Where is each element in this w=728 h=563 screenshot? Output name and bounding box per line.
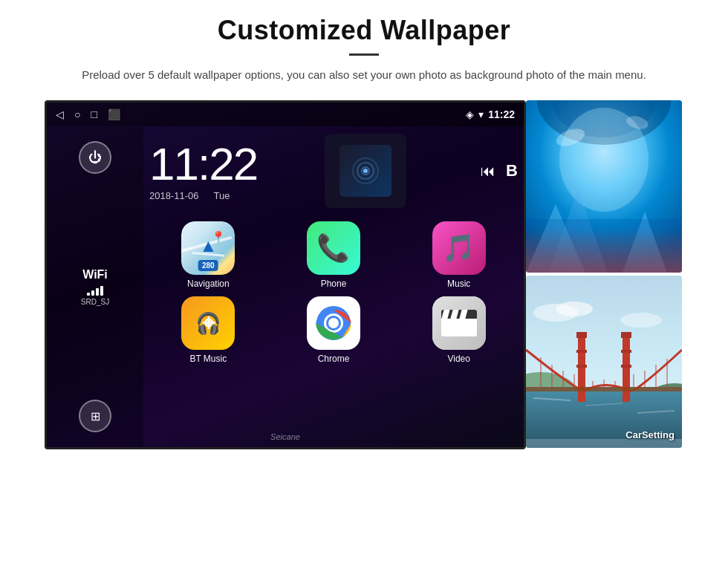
media-wifi-rings bbox=[351, 156, 380, 186]
wifi-status-icon: ▾ bbox=[478, 108, 484, 120]
svg-point-17 bbox=[556, 302, 593, 316]
status-bar-right: ◈ ▾ 11:22 bbox=[466, 108, 515, 120]
map-background: 280 📍 ▲ bbox=[181, 221, 235, 275]
content-area: ◁ ○ □ ⬛ ◈ ▾ 11:22 ⏻ WiFi bbox=[45, 100, 683, 449]
recents-nav-icon[interactable]: □ bbox=[91, 108, 97, 120]
android-center: 11:22 2018-11-06 Tue bbox=[143, 126, 524, 447]
svg-rect-31 bbox=[576, 365, 587, 368]
status-bar-left: ◁ ○ □ ⬛ bbox=[56, 108, 120, 120]
page-wrapper: Customized Wallpaper Preload over 5 defa… bbox=[0, 0, 728, 563]
clock-time-block: 11:22 2018-11-06 Tue bbox=[149, 141, 257, 201]
music-icon: 🎵 bbox=[432, 221, 486, 275]
clock-date-value: 2018-11-06 bbox=[149, 190, 199, 201]
page-title: Customized Wallpaper bbox=[218, 15, 511, 46]
btmusic-icon: ⌖ 🎧 bbox=[181, 296, 235, 350]
map-route-badge: 280 bbox=[198, 260, 218, 271]
media-icon bbox=[339, 145, 391, 197]
ring-inner bbox=[361, 166, 370, 175]
watermark: Seicane bbox=[270, 432, 300, 441]
app-navigation[interactable]: 280 📍 ▲ Navigation bbox=[149, 221, 267, 289]
svg-point-18 bbox=[620, 313, 662, 328]
title-divider bbox=[349, 53, 379, 56]
svg-rect-30 bbox=[621, 350, 631, 353]
svg-rect-27 bbox=[576, 332, 587, 338]
prev-track-button[interactable]: ⏮ bbox=[481, 163, 495, 180]
clock-time: 11:22 bbox=[149, 141, 257, 187]
navigation-icon: 280 📍 ▲ bbox=[181, 221, 235, 275]
page-description: Preload over 5 default wallpaper options… bbox=[82, 66, 646, 84]
navigation-label: Navigation bbox=[187, 279, 230, 289]
clapperboard bbox=[441, 310, 477, 336]
chrome-label: Chrome bbox=[318, 354, 350, 364]
navigation-arrow: ▲ bbox=[199, 235, 217, 256]
media-controls: ⏮ B bbox=[481, 161, 518, 180]
wifi-bar-4 bbox=[100, 286, 103, 296]
wifi-widget: WiFi SRD_SJ bbox=[81, 268, 109, 306]
wifi-bars bbox=[87, 284, 103, 296]
status-bar: ◁ ○ □ ⬛ ◈ ▾ 11:22 bbox=[47, 102, 524, 126]
app-video[interactable]: Video bbox=[400, 296, 518, 364]
bridge-svg bbox=[526, 276, 682, 448]
svg-point-4 bbox=[328, 318, 339, 328]
phone-icon: 📞 bbox=[307, 221, 360, 275]
app-music[interactable]: 🎵 Music bbox=[400, 221, 518, 289]
svg-rect-32 bbox=[621, 365, 631, 368]
android-screen: ◁ ○ □ ⬛ ◈ ▾ 11:22 ⏻ WiFi bbox=[45, 100, 526, 449]
location-icon: ◈ bbox=[466, 108, 474, 120]
chrome-svg bbox=[307, 296, 360, 350]
power-button[interactable]: ⏻ bbox=[79, 141, 111, 174]
svg-rect-28 bbox=[621, 332, 631, 338]
screenshot-icon[interactable]: ⬛ bbox=[108, 108, 120, 120]
clock-day-value: Tue bbox=[214, 190, 230, 201]
phone-label: Phone bbox=[321, 279, 347, 289]
phone-emoji: 📞 bbox=[316, 232, 350, 264]
wifi-bar-3 bbox=[96, 288, 99, 296]
bluetooth-icon: 🎧 bbox=[195, 311, 221, 336]
svg-rect-29 bbox=[576, 350, 587, 353]
apps-grid-button[interactable]: ⊞ bbox=[79, 400, 111, 432]
wallpaper-bottom: CarSetting bbox=[526, 276, 682, 448]
clock-widget: 11:22 2018-11-06 Tue bbox=[149, 134, 518, 208]
video-label: Video bbox=[447, 354, 469, 364]
svg-rect-26 bbox=[623, 335, 630, 402]
app-chrome[interactable]: Chrome bbox=[275, 296, 393, 364]
video-icon bbox=[432, 296, 486, 350]
music-emoji: 🎵 bbox=[442, 232, 475, 264]
building-strip bbox=[526, 228, 682, 273]
music-label: Music bbox=[447, 279, 470, 289]
carsetting-label: CarSetting bbox=[625, 429, 675, 440]
wifi-bar-2 bbox=[91, 290, 94, 296]
android-main: ⏻ WiFi SRD_SJ ⊞ bbox=[47, 126, 524, 447]
media-widget bbox=[325, 134, 406, 208]
app-phone[interactable]: 📞 Phone bbox=[275, 221, 393, 289]
apps-grid: 280 📍 ▲ Navigation 📞 bbox=[149, 221, 518, 364]
clock-date: 2018-11-06 Tue bbox=[149, 190, 230, 201]
svg-rect-33 bbox=[526, 387, 682, 391]
next-track-placeholder: B bbox=[506, 161, 518, 180]
home-nav-icon[interactable]: ○ bbox=[74, 108, 80, 120]
wallpaper-top bbox=[526, 100, 682, 273]
wifi-label: WiFi bbox=[82, 268, 108, 282]
app-btmusic[interactable]: ⌖ 🎧 BT Music bbox=[149, 296, 267, 364]
wifi-bar-1 bbox=[87, 293, 90, 296]
status-time: 11:22 bbox=[488, 108, 515, 120]
wallpaper-images: CarSetting bbox=[526, 100, 682, 449]
wifi-ssid: SRD_SJ bbox=[81, 298, 109, 306]
back-nav-icon[interactable]: ◁ bbox=[56, 108, 64, 120]
android-sidebar: ⏻ WiFi SRD_SJ ⊞ bbox=[47, 126, 143, 447]
btmusic-label: BT Music bbox=[189, 354, 227, 364]
chrome-icon bbox=[307, 296, 360, 350]
